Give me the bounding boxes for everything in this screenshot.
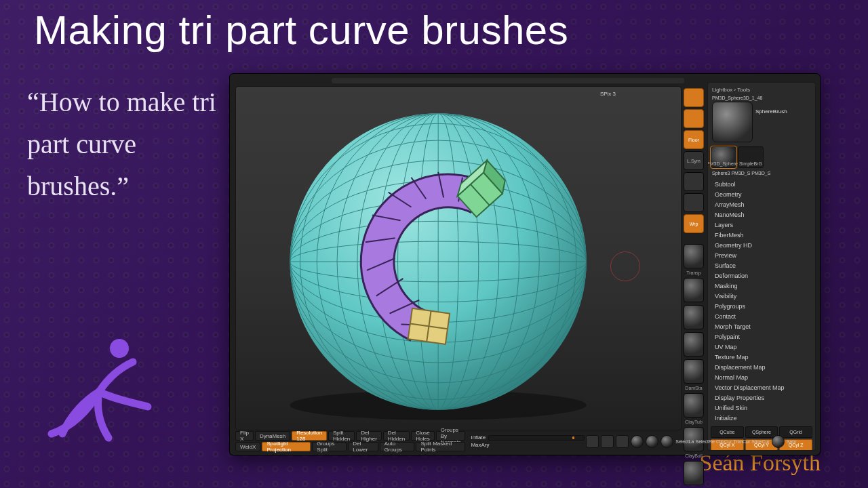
section-polygroups[interactable]: Polygroups: [711, 302, 812, 312]
brush-slot2[interactable]: [684, 305, 704, 329]
bottom-resolution-128[interactable]: Resolution 128: [292, 431, 327, 441]
tool-thumbnail[interactable]: [712, 102, 753, 142]
bottom-spotlight-projection[interactable]: Spotlight Projection: [262, 442, 311, 451]
sabr-label: Sabr: [787, 439, 797, 444]
brush-slot1[interactable]: [684, 278, 704, 302]
zbrush-logo-icon: [31, 332, 167, 447]
brush-cursor-icon: [610, 251, 640, 281]
sabr-icon[interactable]: [772, 435, 785, 448]
titlebar: [332, 78, 684, 83]
shelf-button-0[interactable]: [684, 88, 704, 107]
bottom-dynamesh[interactable]: DynaMesh: [255, 431, 290, 441]
brush-label: ClayBuil: [683, 453, 705, 458]
bottom-auto-groups[interactable]: Auto Groups: [380, 442, 415, 451]
section-texture-map[interactable]: Texture Map: [711, 352, 812, 363]
section-uv-map[interactable]: UV Map: [711, 342, 812, 352]
brush-Inflat[interactable]: [684, 461, 704, 485]
bottom-square-icon[interactable]: [601, 435, 614, 448]
bottom-weldx[interactable]: WeldX: [235, 442, 260, 451]
brush-label: ClayTub: [683, 420, 705, 424]
recent-tool-thumb[interactable]: PM3D_Sphere3: [711, 146, 736, 168]
shelf-button-6[interactable]: Wrp: [684, 214, 704, 233]
curve-mode-clipcur[interactable]: ClipCur: [716, 439, 732, 444]
section-geometry[interactable]: Geometry: [711, 190, 812, 200]
shelf-button-2[interactable]: Floor: [684, 130, 704, 149]
section-masking[interactable]: Masking: [711, 281, 812, 291]
bottom-split-hidden[interactable]: Split Hidden: [328, 431, 355, 441]
section-morph-target[interactable]: Morph Target: [711, 322, 812, 332]
section-polypaint[interactable]: Polypaint: [711, 332, 812, 342]
shelf-button-3[interactable]: L.Sym: [684, 151, 704, 170]
section-fibermesh[interactable]: FiberMesh: [711, 230, 812, 241]
inflate-label: Inflate: [471, 434, 486, 441]
section-nanomesh[interactable]: NanoMesh: [711, 210, 812, 220]
tool-thumb-label: SphereBrush: [755, 108, 787, 115]
shelf-tools: FloorL.SymWrp TranspDamStaClayTubClayBui…: [683, 86, 705, 430]
bottom-close-holes[interactable]: Close Holes: [411, 431, 434, 441]
section-subtool[interactable]: Subtool: [711, 180, 812, 190]
shelf-button-4[interactable]: [684, 172, 704, 191]
bottom-square-icon[interactable]: [616, 435, 629, 448]
brush-Transp[interactable]: [684, 244, 704, 268]
section-arraymesh[interactable]: ArrayMesh: [711, 200, 812, 210]
brush-slot3[interactable]: [684, 332, 704, 357]
bottom-del-higher[interactable]: Del Higher: [356, 431, 382, 441]
bottom-groups-by-normals[interactable]: Groups By Normals: [436, 431, 466, 441]
bottom-bar: Flip XDynaMeshResolution 128Split Hidden…: [235, 432, 682, 451]
section-surface[interactable]: Surface: [711, 261, 812, 271]
brush-label: Transp: [683, 270, 705, 275]
section-vector-displacement-map[interactable]: Vector Displacement Map: [711, 383, 812, 393]
section-display-properties[interactable]: Display Properties: [711, 393, 812, 403]
quote-text: “How to make tri part curve brushes.”: [27, 81, 224, 207]
viewport[interactable]: SPix 3: [235, 86, 682, 430]
bottom-del-lower[interactable]: Del Lower: [348, 442, 378, 451]
bottom-split-masked-points[interactable]: Split Masked Points: [416, 442, 465, 451]
tool-panel: Lightbox › Tools PM3D_Sphere3D_1_48 Sphe…: [707, 82, 816, 451]
panel-header: Lightbox › Tools: [712, 87, 811, 93]
inflate-slider[interactable]: [488, 435, 585, 441]
maxary-label: MaxAry: [471, 442, 489, 448]
bottom-del-hidden[interactable]: Del Hidden: [383, 431, 410, 441]
curve-mode-slicecur[interactable]: SliceCur: [751, 439, 769, 444]
section-geometry-hd[interactable]: Geometry HD: [711, 241, 812, 251]
brush-label: DamSta: [683, 386, 705, 390]
bottom-brush-icon[interactable]: [631, 435, 644, 448]
bottom-brush-icon[interactable]: [646, 435, 658, 448]
bottom-brush-icon[interactable]: [660, 435, 673, 448]
curve-mode-trimcur[interactable]: TrimCur: [733, 439, 750, 444]
recent-tool-thumb[interactable]: SimpleBrG: [738, 146, 764, 168]
section-displacement-map[interactable]: Displacement Map: [711, 363, 812, 373]
brush-DamSta[interactable]: [684, 359, 704, 384]
section-contact[interactable]: Contact: [711, 312, 812, 322]
tool-name: PM3D_Sphere3D_1_48: [712, 96, 811, 100]
section-visibility[interactable]: Visibility: [711, 291, 812, 302]
section-unified-skin[interactable]: Unified Skin: [711, 403, 812, 413]
section-preview[interactable]: Preview: [711, 251, 812, 261]
section-layers[interactable]: Layers: [711, 220, 812, 230]
section-deformation[interactable]: Deformation: [711, 271, 812, 281]
svg-point-0: [110, 339, 129, 358]
section-normal-map[interactable]: Normal Map: [711, 373, 812, 383]
brush-ClayTub[interactable]: [684, 393, 704, 418]
recent-tools-row: Sphere3 PM3D_S PM3D_S: [712, 171, 812, 176]
bottom-flip-x[interactable]: Flip X: [235, 431, 254, 441]
shelf-button-5[interactable]: [684, 193, 704, 212]
curve-mode-selectre[interactable]: SelectRe: [695, 439, 714, 444]
shelf-button-1[interactable]: [684, 109, 704, 128]
page-title: Making tri part curve brushes: [34, 7, 568, 54]
zbrush-window: SPix 3: [229, 73, 821, 455]
section-initialize[interactable]: Initialize: [711, 413, 812, 424]
bottom-square-icon[interactable]: [586, 435, 599, 448]
curve-mode-selectla[interactable]: SelectLa: [675, 439, 694, 444]
bottom-groups-split[interactable]: Groups Split: [312, 442, 347, 451]
